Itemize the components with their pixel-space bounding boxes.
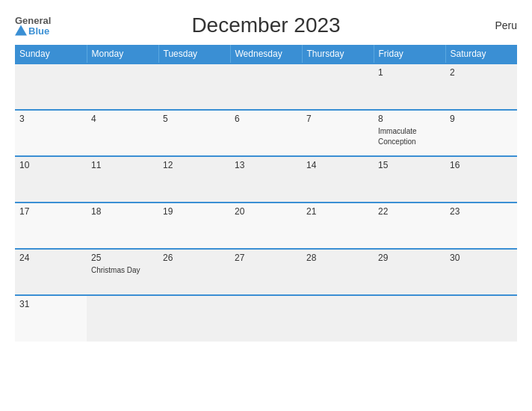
day-number: 6 — [235, 114, 297, 124]
calendar-cell — [87, 64, 158, 110]
calendar-cell — [445, 295, 517, 342]
day-number: 13 — [235, 160, 297, 170]
calendar-cell: 26 — [158, 249, 230, 295]
calendar-cell: 7 — [302, 110, 374, 156]
calendar-cell: 14 — [302, 156, 374, 203]
calendar-cell — [302, 64, 374, 110]
holiday-name: Christmas Day — [91, 266, 140, 274]
day-number: 30 — [450, 253, 513, 263]
weekday-header-friday: Friday — [374, 45, 445, 64]
calendar-week-row: 12 — [15, 64, 517, 110]
day-number: 31 — [19, 299, 82, 309]
weekday-header-thursday: Thursday — [302, 45, 374, 64]
weekday-header-wednesday: Wednesday — [230, 45, 302, 64]
calendar-cell: 25Christmas Day — [87, 249, 158, 295]
calendar-cell: 1 — [374, 64, 445, 110]
day-number: 27 — [235, 253, 297, 263]
day-number: 16 — [450, 160, 513, 170]
calendar-cell — [230, 64, 302, 110]
day-number: 25 — [91, 253, 154, 263]
day-number: 24 — [19, 253, 82, 263]
calendar-cell: 27 — [230, 249, 302, 295]
calendar-title: December 2023 — [191, 13, 340, 37]
calendar-cell: 2 — [445, 64, 517, 110]
calendar-cell: 17 — [15, 203, 87, 249]
weekday-header-saturday: Saturday — [445, 45, 517, 64]
day-number: 20 — [235, 206, 297, 217]
calendar-cell — [230, 295, 302, 342]
calendar-cell: 5 — [158, 110, 230, 156]
calendar-week-row: 345678Immaculate Conception9 — [15, 110, 517, 156]
calendar-cell: 16 — [445, 156, 517, 203]
day-number: 11 — [91, 160, 154, 170]
day-number: 2 — [450, 67, 513, 78]
calendar-week-row: 17181920212223 — [15, 203, 517, 249]
day-number: 17 — [19, 206, 82, 217]
day-number: 15 — [378, 160, 441, 170]
logo-blue-row: Blue — [15, 25, 49, 36]
day-number: 23 — [450, 206, 513, 217]
calendar-cell — [87, 295, 158, 342]
calendar-cell: 13 — [230, 156, 302, 203]
calendar-table: SundayMondayTuesdayWednesdayThursdayFrid… — [15, 45, 517, 342]
day-number: 18 — [91, 206, 154, 217]
calendar-cell: 21 — [302, 203, 374, 249]
calendar-cell: 4 — [87, 110, 158, 156]
calendar-cell — [158, 64, 230, 110]
logo-triangle-icon — [15, 25, 27, 36]
calendar-cell — [15, 64, 87, 110]
calendar-cell: 10 — [15, 156, 87, 203]
weekday-header-sunday: Sunday — [15, 45, 87, 64]
day-number: 7 — [306, 114, 369, 124]
day-number: 22 — [378, 206, 441, 217]
day-number: 1 — [378, 67, 441, 78]
calendar-cell: 8Immaculate Conception — [374, 110, 445, 156]
calendar-cell: 28 — [302, 249, 374, 295]
calendar-header: General Blue December 2023 Peru — [15, 13, 517, 37]
day-number: 4 — [91, 114, 154, 124]
calendar-cell: 23 — [445, 203, 517, 249]
calendar-cell: 9 — [445, 110, 517, 156]
calendar-cell: 3 — [15, 110, 87, 156]
calendar-cell — [374, 295, 445, 342]
calendar-cell: 24 — [15, 249, 87, 295]
logo: General Blue — [15, 16, 51, 36]
calendar-cell: 6 — [230, 110, 302, 156]
day-number: 28 — [306, 253, 369, 263]
day-number: 3 — [19, 114, 82, 124]
weekday-header-tuesday: Tuesday — [158, 45, 230, 64]
day-number: 29 — [378, 253, 441, 263]
calendar-week-row: 31 — [15, 295, 517, 342]
day-number: 12 — [163, 160, 226, 170]
calendar-cell: 11 — [87, 156, 158, 203]
logo-blue-text: Blue — [28, 25, 49, 35]
day-number: 19 — [163, 206, 226, 217]
calendar-cell: 20 — [230, 203, 302, 249]
calendar-cell: 12 — [158, 156, 230, 203]
calendar-cell: 30 — [445, 249, 517, 295]
day-number: 21 — [306, 206, 369, 217]
calendar-cell: 18 — [87, 203, 158, 249]
calendar-cell: 29 — [374, 249, 445, 295]
calendar-cell: 22 — [374, 203, 445, 249]
logo-general-text: General — [15, 16, 51, 25]
day-number: 26 — [163, 253, 226, 263]
weekday-header-row: SundayMondayTuesdayWednesdayThursdayFrid… — [15, 45, 517, 64]
day-number: 14 — [306, 160, 369, 170]
page: General Blue December 2023 Peru SundayMo… — [0, 0, 532, 411]
calendar-cell — [302, 295, 374, 342]
calendar-cell: 31 — [15, 295, 87, 342]
day-number: 5 — [163, 114, 226, 124]
country-label: Peru — [495, 19, 517, 31]
day-number: 9 — [450, 114, 513, 124]
calendar-week-row: 2425Christmas Day2627282930 — [15, 249, 517, 295]
calendar-cell: 19 — [158, 203, 230, 249]
calendar-week-row: 10111213141516 — [15, 156, 517, 203]
weekday-header-monday: Monday — [87, 45, 158, 64]
calendar-cell: 15 — [374, 156, 445, 203]
calendar-cell — [158, 295, 230, 342]
holiday-name: Immaculate Conception — [378, 127, 417, 146]
day-number: 10 — [19, 160, 82, 170]
day-number: 8 — [378, 114, 441, 124]
